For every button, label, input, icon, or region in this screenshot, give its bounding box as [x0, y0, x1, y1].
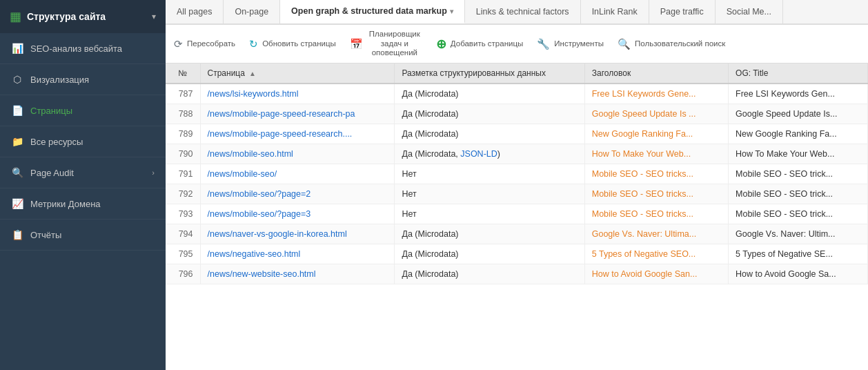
row-og-title: Mobile SEO - SEO trick... — [729, 204, 868, 224]
page-audit-arrow-icon: › — [152, 168, 155, 177]
row-num: 788 — [166, 104, 200, 124]
sidebar-item-all-resources[interactable]: 📁 Все ресурсы — [0, 126, 166, 157]
row-num: 791 — [166, 164, 200, 184]
reports-icon: 📋 — [11, 229, 23, 240]
page-link[interactable]: /news/mobile-page-speed-research-pa — [208, 109, 355, 119]
row-page[interactable]: /news/mobile-page-speed-research-pa — [200, 104, 395, 124]
row-structured-data: Да (Microdata) — [395, 224, 584, 244]
table-row: 790/news/mobile-seo.htmlДа (Microdata, J… — [166, 144, 868, 164]
row-heading: Mobile SEO - SEO tricks... — [584, 164, 728, 184]
row-structured-data: Нет — [395, 184, 584, 204]
page-link[interactable]: /news/lsi-keywords.html — [208, 89, 299, 99]
sidebar-title: Структура сайта — [27, 11, 146, 22]
page-link[interactable]: /news/naver-vs-google-in-korea.html — [208, 229, 347, 239]
all-resources-icon: 📁 — [11, 136, 23, 147]
row-page[interactable]: /news/mobile-page-speed-research.... — [200, 124, 395, 144]
row-num: 787 — [166, 84, 200, 104]
tab-inlink-rank[interactable]: InLink Rank — [581, 0, 649, 23]
row-heading: How To Make Your Web... — [584, 144, 728, 164]
row-page[interactable]: /news/negative-seo.html — [200, 244, 395, 264]
rebuild-icon: ⟳ — [174, 38, 183, 50]
row-heading: Google Vs. Naver: Ultima... — [584, 224, 728, 244]
row-og-title: Google Speed Update Is... — [729, 104, 868, 124]
table-row: 789/news/mobile-page-speed-research....Д… — [166, 124, 868, 144]
page-link[interactable]: /news/new-website-seo.html — [208, 269, 316, 279]
sidebar-item-page-audit[interactable]: 🔍 Page Audit › — [0, 157, 166, 188]
row-structured-data: Да (Microdata) — [395, 124, 584, 144]
scheduler-button[interactable]: 📅 Планировщик задач и оповещений — [350, 30, 422, 58]
row-page[interactable]: /news/new-website-seo.html — [200, 264, 395, 284]
row-heading: New Google Ranking Fa... — [584, 124, 728, 144]
add-pages-button[interactable]: ⊕ Добавить страницы — [436, 37, 523, 52]
row-og-title: New Google Ranking Fa... — [729, 124, 868, 144]
row-page[interactable]: /news/mobile-seo.html — [200, 144, 395, 164]
row-num: 792 — [166, 184, 200, 204]
row-structured-data: Нет — [395, 164, 584, 184]
tab-all-pages[interactable]: All pages — [166, 0, 224, 23]
table-row: 794/news/naver-vs-google-in-korea.htmlДа… — [166, 224, 868, 244]
page-link[interactable]: /news/mobile-seo/?page=3 — [208, 209, 311, 219]
row-structured-data: Да (Microdata, JSON-LD) — [395, 144, 584, 164]
row-og-title: How To Make Your Web... — [729, 144, 868, 164]
sidebar-item-pages[interactable]: 📄 Страницы — [0, 95, 166, 126]
table-row: 788/news/mobile-page-speed-research-paДа… — [166, 104, 868, 124]
row-page[interactable]: /news/naver-vs-google-in-korea.html — [200, 224, 395, 244]
row-num: 795 — [166, 244, 200, 264]
sidebar-item-seo-analysis[interactable]: 📊 SEO-анализ вебсайта — [0, 33, 166, 64]
row-og-title: Mobile SEO - SEO trick... — [729, 184, 868, 204]
row-heading: Google Speed Update Is ... — [584, 104, 728, 124]
col-heading-header: Заголовок — [584, 64, 728, 84]
tab-open-graph[interactable]: Open graph & structured data markup ▾ — [280, 0, 465, 23]
domain-metrics-icon: 📈 — [11, 198, 23, 209]
tab-page-traffic[interactable]: Page traffic — [649, 0, 716, 23]
add-icon: ⊕ — [436, 37, 446, 52]
tab-bar: All pages On-page Open graph & structure… — [166, 0, 868, 25]
row-heading: How to Avoid Google San... — [584, 264, 728, 284]
page-link[interactable]: /news/mobile-seo/ — [208, 169, 277, 179]
data-table: № Страница ▲ Разметка структурированных … — [166, 64, 868, 284]
toolbar: ⟳ Пересобрать ↻ Обновить страницы 📅 План… — [166, 25, 868, 64]
seo-analysis-icon: 📊 — [11, 43, 23, 54]
custom-search-button[interactable]: 🔍 Пользовательский поиск — [618, 38, 725, 50]
sidebar-item-reports[interactable]: 📋 Отчёты — [0, 220, 166, 251]
row-num: 794 — [166, 224, 200, 244]
row-og-title: Google Vs. Naver: Ultim... — [729, 224, 868, 244]
sidebar: ▦ Структура сайта ▾ 📊 SEO-анализ вебсайт… — [0, 0, 166, 370]
tab-on-page[interactable]: On-page — [224, 0, 280, 23]
tools-button[interactable]: 🔧 Инструменты — [537, 38, 604, 50]
page-link[interactable]: /news/mobile-page-speed-research.... — [208, 129, 353, 139]
row-num: 793 — [166, 204, 200, 224]
row-num: 796 — [166, 264, 200, 284]
page-link[interactable]: /news/mobile-seo/?page=2 — [208, 189, 311, 199]
sidebar-item-visualization[interactable]: ⬡ Визуализация — [0, 64, 166, 95]
rebuild-button[interactable]: ⟳ Пересобрать — [174, 38, 235, 50]
col-og-title-header: OG: Title — [729, 64, 868, 84]
row-num: 790 — [166, 144, 200, 164]
row-heading: Mobile SEO - SEO tricks... — [584, 184, 728, 204]
col-structured-header: Разметка структурированных данных — [395, 64, 584, 84]
page-link[interactable]: /news/negative-seo.html — [208, 249, 301, 259]
tab-social-me[interactable]: Social Me... — [716, 0, 783, 23]
json-ld-link[interactable]: JSON-LD — [460, 149, 497, 159]
row-page[interactable]: /news/mobile-seo/?page=3 — [200, 204, 395, 224]
row-page[interactable]: /news/mobile-seo/?page=2 — [200, 184, 395, 204]
table-row: 795/news/negative-seo.htmlДа (Microdata)… — [166, 244, 868, 264]
row-structured-data: Да (Microdata) — [395, 104, 584, 124]
row-page[interactable]: /news/mobile-seo/ — [200, 164, 395, 184]
row-heading: Mobile SEO - SEO tricks... — [584, 204, 728, 224]
sidebar-item-domain-metrics[interactable]: 📈 Метрики Домена — [0, 188, 166, 220]
calendar-icon: 📅 — [350, 38, 363, 50]
sidebar-dropdown-icon: ▾ — [152, 12, 156, 21]
sidebar-header[interactable]: ▦ Структура сайта ▾ — [0, 0, 166, 33]
refresh-pages-button[interactable]: ↻ Обновить страницы — [249, 38, 336, 50]
refresh-icon: ↻ — [249, 38, 258, 50]
page-link[interactable]: /news/mobile-seo.html — [208, 149, 293, 159]
row-og-title: 5 Types of Negative SE... — [729, 244, 868, 264]
tools-icon: 🔧 — [537, 38, 550, 50]
page-audit-icon: 🔍 — [11, 167, 23, 178]
table-row: 787/news/lsi-keywords.htmlДа (Microdata)… — [166, 84, 868, 104]
row-og-title: How to Avoid Google Sa... — [729, 264, 868, 284]
tab-links-technical[interactable]: Links & technical factors — [465, 0, 581, 23]
row-page[interactable]: /news/lsi-keywords.html — [200, 84, 395, 104]
col-page-header[interactable]: Страница ▲ — [200, 64, 395, 84]
